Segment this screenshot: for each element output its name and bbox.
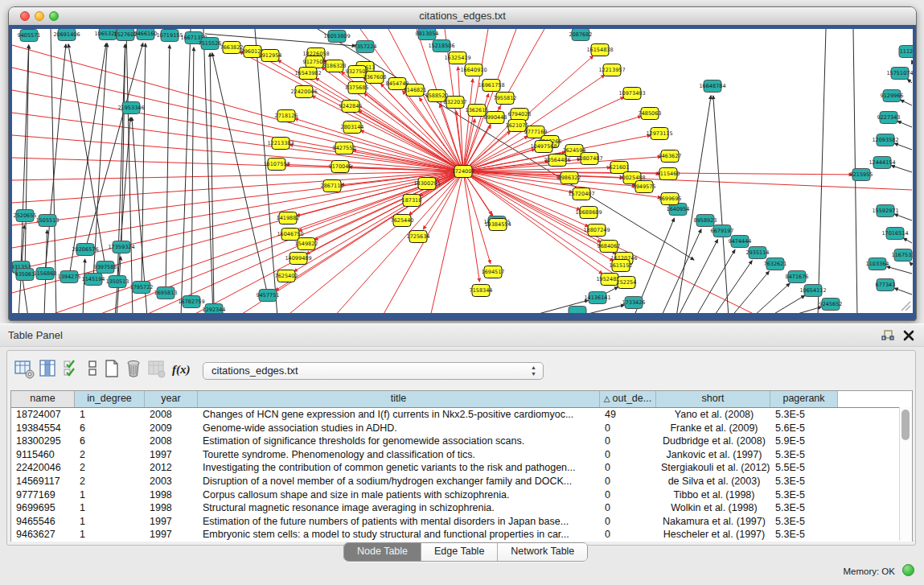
graph-node[interactable]: 9170046 [329, 161, 352, 173]
graph-node[interactable]: 20691406 [53, 29, 80, 41]
graph-node[interactable]: 16961758 [478, 80, 504, 92]
graph-node[interactable]: 9466160 [134, 29, 158, 40]
cell-title[interactable]: Genome-wide association studies in ADHD. [198, 422, 600, 435]
delete-column-icon trash-icon[interactable] [125, 359, 146, 380]
graph-node[interactable]: 12973115 [646, 128, 672, 140]
graph-node[interactable]: 435061 [15, 269, 35, 281]
graph-node[interactable]: 7158344 [470, 285, 493, 297]
cell-name[interactable]: 22420046 [11, 461, 75, 475]
graph-node[interactable]: 7955812 [494, 93, 517, 105]
cell-year[interactable]: 2012 [145, 461, 198, 475]
cell-in_degree[interactable]: 1 [75, 528, 145, 542]
graph-node[interactable]: 1394275 [58, 271, 81, 283]
graph-node[interactable]: 15751074 [886, 68, 913, 80]
graph-node[interactable]: 12444154 [869, 157, 895, 169]
canvas-resize-grip[interactable] [898, 299, 911, 311]
cell-year[interactable]: 2008 [145, 435, 198, 448]
graph-node[interactable] [569, 307, 586, 314]
graph-node[interactable]: 7663822 [220, 42, 244, 54]
graph-node[interactable]: 1419882 [277, 212, 300, 225]
cell-year[interactable]: 1997 [145, 515, 198, 529]
cell-short[interactable]: Dudbridge et al. (2008) [656, 435, 770, 448]
column-header-in_degree[interactable]: in_degree [75, 391, 145, 407]
cell-pagerank[interactable]: 5.3E-5 [770, 448, 838, 462]
cell-year[interactable]: 2003 [145, 475, 198, 488]
cell-out_de[interactable]: 0 [600, 515, 656, 529]
graph-node[interactable]: 252254 [617, 277, 637, 289]
graph-node[interactable]: 7632621 [764, 258, 787, 270]
cell-out_de[interactable]: 0 [600, 461, 656, 475]
cell-name[interactable]: 18300295 [11, 435, 75, 448]
graph-node[interactable]: 7515526 [199, 38, 222, 50]
graph-node[interactable]: 1695813 [154, 287, 178, 299]
graph-node[interactable]: 9227343 [877, 112, 901, 124]
graph-node[interactable]: 2718126 [275, 110, 298, 122]
cell-title[interactable]: Estimation of significance thresholds fo… [198, 435, 600, 448]
graph-node[interactable]: 15218506 [428, 40, 454, 52]
graph-node[interactable]: 2520655 [14, 210, 37, 222]
cell-title[interactable]: Structural magnetic resonance image aver… [198, 501, 600, 515]
graph-node[interactable]: 10654112 [799, 285, 826, 297]
cell-name[interactable]: 9777169 [11, 488, 75, 502]
cell-in_degree[interactable]: 1 [75, 515, 145, 529]
cell-short[interactable]: Wolkin et al. (1998) [656, 501, 770, 515]
graph-node[interactable]: 16640910 [460, 64, 487, 76]
cell-title[interactable]: Embryonic stem cells: a model to study s… [198, 528, 600, 542]
graph-node[interactable]: 8375685 [346, 82, 369, 94]
cell-in_degree[interactable]: 1 [75, 501, 145, 515]
cell-out_de[interactable]: 0 [600, 475, 656, 488]
new-column-icon[interactable] [103, 359, 124, 380]
graph-node[interactable]: 8471676 [786, 271, 809, 283]
graph-hub-node[interactable]: 1724007 [452, 166, 475, 178]
graph-node[interactable]: 10719155 [156, 30, 183, 42]
network-canvas[interactable]: 9405571206914061065328715276029466160107… [12, 29, 913, 313]
table-settings-icon[interactable] [14, 359, 35, 380]
column-header-pagerank[interactable]: pagerank [770, 391, 838, 407]
graph-node[interactable]: 9684067 [598, 241, 621, 253]
cell-out_de[interactable]: 49 [600, 408, 656, 422]
cell-year[interactable]: 1998 [145, 488, 198, 502]
graph-node[interactable]: 16782759 [178, 296, 204, 308]
cell-in_degree[interactable]: 1 [75, 488, 145, 502]
cell-title[interactable]: Investigating the contribution of common… [198, 461, 600, 475]
cell-short[interactable]: Tibbo et al. (1998) [656, 488, 770, 502]
cell-out_de[interactable]: 0 [600, 448, 656, 462]
vertical-scrollbar[interactable] [899, 407, 912, 541]
graph-node[interactable]: 16107553 [263, 159, 290, 171]
cell-short[interactable]: Jankovic et al. (1997) [656, 448, 770, 462]
graph-node[interactable]: 8949575 [633, 181, 656, 193]
cell-title[interactable]: Corpus callosum shape and size in male p… [198, 488, 600, 502]
cell-name[interactable]: 9699695 [11, 501, 75, 515]
graph-node[interactable]: 2087682 [569, 29, 593, 41]
graph-node[interactable]: 8990448 [484, 112, 507, 124]
graph-node[interactable]: 1145194 [82, 274, 105, 286]
graph-node[interactable]: 8322037 [444, 97, 467, 109]
delete-table-icon[interactable] [147, 359, 168, 380]
cell-name[interactable]: 9465546 [11, 515, 75, 529]
graph-node[interactable]: 1103364 [866, 258, 889, 270]
window-titlebar[interactable]: citations_edges.txt [9, 7, 916, 26]
cell-year[interactable]: 1997 [145, 448, 198, 462]
cell-name[interactable]: 19384554 [11, 422, 75, 435]
graph-node[interactable]: 9405571 [18, 30, 41, 42]
cell-short[interactable]: Franke et al. (2009) [656, 422, 770, 435]
graph-node[interactable]: 15592971 [872, 205, 898, 217]
graph-node[interactable]: 7357224 [354, 41, 377, 53]
graph-node[interactable]: 1549822 [295, 238, 318, 250]
table-chooser-select[interactable]: citations_edges.txt ▲▼ [203, 362, 544, 380]
select-rows-icon[interactable] [63, 359, 84, 380]
cell-pagerank[interactable]: 5.3E-5 [770, 488, 838, 502]
table-row[interactable]: 1938455462009Genome-wide association stu… [11, 422, 912, 435]
graph-node[interactable]: 1615152 [610, 260, 633, 272]
graph-node[interactable]: 8215955 [850, 169, 873, 181]
graph-node[interactable]: 1725634 [407, 231, 430, 243]
graph-node[interactable]: 6794028 [508, 109, 532, 121]
float-panel-icon[interactable] [881, 328, 895, 343]
cell-out_de[interactable]: 0 [600, 435, 656, 448]
cell-in_degree[interactable]: 2 [75, 448, 145, 462]
graph-node[interactable]: 16648784 [699, 80, 725, 93]
graph-node[interactable]: 1156868 [34, 268, 57, 280]
cell-name[interactable]: 9463627 [11, 528, 75, 542]
cell-name[interactable]: 14569117 [11, 475, 75, 488]
table-panel-titlebar[interactable]: Table Panel [0, 323, 924, 347]
